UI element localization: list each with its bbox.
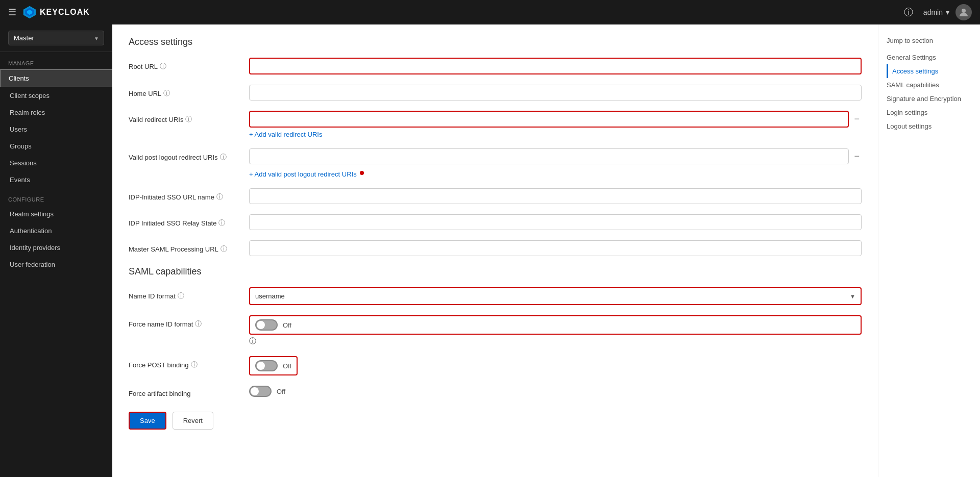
home-url-input[interactable] — [249, 85, 862, 101]
sidebar-item-realm-settings[interactable]: Realm settings — [0, 206, 112, 222]
save-button[interactable]: Save — [129, 412, 166, 430]
svg-point-3 — [962, 9, 966, 13]
home-url-help-icon[interactable]: ⓘ — [163, 89, 170, 98]
sidebar-item-clients[interactable]: Clients — [0, 69, 112, 87]
force-artifact-binding-toggle-label: Off — [277, 388, 285, 395]
idp-relay-state-row: IDP Initiated SSO Relay State ⓘ — [129, 214, 862, 230]
jump-nav-general-settings[interactable]: General Settings — [887, 51, 972, 64]
sidebar-item-users[interactable]: Users — [0, 121, 112, 138]
idp-sso-url-row: IDP-Initiated SSO URL name ⓘ — [129, 188, 862, 204]
jump-nav-title: Jump to section — [887, 37, 972, 44]
user-dropdown-icon: ▾ — [946, 8, 949, 16]
valid-post-logout-input-row: − — [249, 148, 862, 164]
sidebar-item-user-federation[interactable]: User federation — [0, 256, 112, 273]
valid-post-logout-remove-btn[interactable]: − — [852, 149, 862, 164]
root-url-input[interactable] — [249, 58, 862, 74]
sidebar-item-client-scopes[interactable]: Client scopes — [0, 87, 112, 104]
root-url-help-icon[interactable]: ⓘ — [160, 62, 166, 71]
root-url-label: Root URL ⓘ — [129, 58, 241, 71]
idp-relay-state-help-icon[interactable]: ⓘ — [218, 218, 225, 228]
force-name-id-help-icon[interactable]: ⓘ — [195, 319, 202, 329]
force-post-binding-row: Force POST binding ⓘ Off — [129, 356, 862, 375]
valid-redirect-uris-label: Valid redirect URIs ⓘ — [129, 111, 241, 124]
name-id-format-control: username email persistent transient unsp… — [249, 287, 862, 305]
master-saml-input[interactable] — [249, 240, 862, 256]
jump-nav: Jump to section General Settings Access … — [878, 24, 980, 477]
main-layout: Master Manage Clients Client scopes Real… — [0, 24, 980, 477]
content-area: Access settings Root URL ⓘ Home URL ⓘ — [112, 24, 878, 477]
sidebar: Master Manage Clients Client scopes Real… — [0, 24, 112, 477]
name-id-format-label: Name ID format ⓘ — [129, 287, 241, 300]
user-label: admin — [923, 8, 943, 16]
access-settings-title: Access settings — [129, 37, 862, 47]
root-url-row: Root URL ⓘ — [129, 58, 862, 74]
idp-sso-url-help-icon[interactable]: ⓘ — [216, 192, 223, 202]
sidebar-item-identity-providers[interactable]: Identity providers — [0, 239, 112, 256]
master-saml-label: Master SAML Processing URL ⓘ — [129, 240, 241, 254]
sidebar-item-sessions[interactable]: Sessions — [0, 155, 112, 171]
home-url-label: Home URL ⓘ — [129, 85, 241, 98]
valid-redirect-uris-input[interactable] — [249, 111, 849, 128]
valid-redirect-uris-help-icon[interactable]: ⓘ — [185, 115, 192, 124]
force-post-binding-toggle[interactable] — [255, 360, 278, 371]
force-artifact-binding-label: Force artifact binding — [129, 386, 241, 397]
force-name-id-label: Force name ID format ⓘ — [129, 315, 241, 329]
home-url-control — [249, 85, 862, 101]
idp-sso-url-control — [249, 188, 862, 204]
force-post-binding-help-icon[interactable]: ⓘ — [191, 360, 198, 369]
valid-post-logout-control: − + Add valid post logout redirect URIs — [249, 148, 862, 178]
force-name-id-toggle-box: Off — [249, 315, 862, 335]
valid-post-logout-label: Valid post logout redirect URIs ⓘ — [129, 148, 241, 162]
realm-dropdown[interactable]: Master — [8, 31, 104, 45]
logo: KEYCLOAK — [22, 5, 90, 19]
valid-redirect-uris-row: Valid redirect URIs ⓘ − + Add valid redi… — [129, 111, 862, 138]
idp-sso-url-input[interactable] — [249, 188, 862, 204]
force-artifact-binding-row: Force artifact binding Off — [129, 386, 862, 397]
help-icon[interactable]: ⓘ — [904, 6, 913, 18]
idp-sso-url-label: IDP-Initiated SSO URL name ⓘ — [129, 188, 241, 202]
jump-nav-saml-capabilities[interactable]: SAML capabilities — [887, 78, 972, 92]
valid-post-logout-help-icon[interactable]: ⓘ — [220, 153, 227, 162]
valid-redirect-uris-control: − + Add valid redirect URIs — [249, 111, 862, 138]
add-redirect-uri-link[interactable]: + Add valid redirect URIs — [249, 131, 322, 138]
manage-section-label: Manage — [0, 52, 112, 69]
valid-post-logout-input[interactable] — [249, 148, 849, 164]
sidebar-item-events[interactable]: Events — [0, 171, 112, 188]
name-id-format-help-icon[interactable]: ⓘ — [178, 291, 184, 300]
force-name-id-control: Off ⓘ — [249, 315, 862, 346]
name-id-format-select[interactable]: username email persistent transient unsp… — [250, 288, 861, 304]
force-name-id-info-icon: ⓘ — [249, 337, 862, 346]
force-post-binding-control: Off — [249, 356, 862, 375]
idp-relay-state-input[interactable] — [249, 214, 862, 230]
force-artifact-binding-control: Off — [249, 386, 862, 397]
hamburger-menu[interactable]: ☰ — [8, 7, 16, 18]
name-id-format-select-wrap: username email persistent transient unsp… — [249, 287, 862, 305]
topbar: ☰ KEYCLOAK ⓘ admin ▾ — [0, 0, 980, 24]
force-post-binding-toggle-box: Off — [249, 356, 298, 375]
valid-redirect-uris-remove-btn[interactable]: − — [852, 112, 862, 127]
add-post-logout-uri-link[interactable]: + Add valid post logout redirect URIs — [249, 170, 357, 178]
user-menu[interactable]: admin ▾ — [923, 8, 949, 16]
master-saml-row: Master SAML Processing URL ⓘ — [129, 240, 862, 256]
home-url-row: Home URL ⓘ — [129, 85, 862, 101]
root-url-control — [249, 58, 862, 74]
jump-nav-access-settings[interactable]: Access settings — [887, 64, 972, 78]
force-name-id-toggle[interactable] — [255, 319, 278, 331]
master-saml-help-icon[interactable]: ⓘ — [220, 244, 227, 254]
jump-nav-logout-settings[interactable]: Logout settings — [887, 119, 972, 133]
post-logout-dot — [360, 171, 364, 175]
sidebar-item-groups[interactable]: Groups — [0, 138, 112, 155]
saml-capabilities-title: SAML capabilities — [129, 266, 862, 277]
realm-selector[interactable]: Master — [0, 24, 112, 52]
keycloak-logo-icon — [22, 5, 37, 19]
force-name-id-toggle-label: Off — [283, 321, 291, 329]
revert-button[interactable]: Revert — [173, 412, 213, 430]
jump-nav-signature-encryption[interactable]: Signature and Encryption — [887, 92, 972, 106]
master-saml-control — [249, 240, 862, 256]
force-artifact-binding-toggle[interactable] — [249, 386, 272, 397]
configure-section-label: Configure — [0, 188, 112, 206]
jump-nav-login-settings[interactable]: Login settings — [887, 106, 972, 119]
sidebar-item-realm-roles[interactable]: Realm roles — [0, 104, 112, 121]
avatar[interactable] — [955, 4, 972, 20]
sidebar-item-authentication[interactable]: Authentication — [0, 222, 112, 239]
